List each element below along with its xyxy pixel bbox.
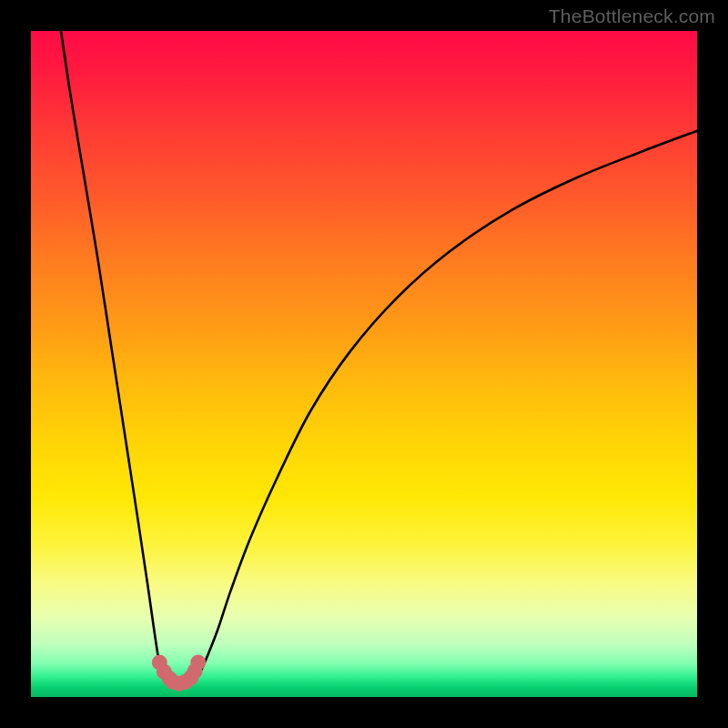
watermark-text: TheBottleneck.com [549, 5, 715, 27]
valley-marker-dot [190, 654, 206, 670]
bottleneck-curve [61, 31, 697, 685]
curve-layer [31, 31, 697, 697]
plot-area [31, 31, 697, 697]
chart-frame: TheBottleneck.com [0, 0, 728, 728]
